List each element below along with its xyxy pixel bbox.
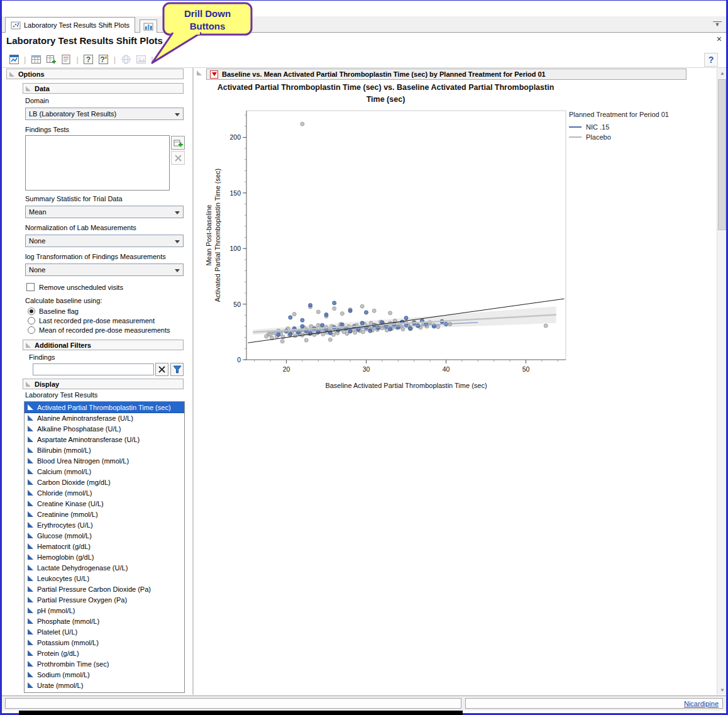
dropdown-value: Mean (29, 208, 47, 216)
filter-funnel-button[interactable] (170, 363, 184, 376)
data-table-button[interactable] (28, 53, 43, 67)
drill-down-notes-button[interactable]: ? (96, 53, 111, 67)
tab-bar: Laboratory Test Results Shift Plots ▼ (0, 16, 728, 33)
shift-plot[interactable]: 20304050050100150200Baseline Activated P… (200, 108, 717, 401)
report-preview-button[interactable] (6, 53, 21, 67)
lab-test-item[interactable]: Partial Pressure Oxygen (Pa) (25, 594, 184, 605)
lab-test-item[interactable]: Protein (g/dL) (25, 648, 184, 658)
chevron-down-icon (175, 240, 180, 243)
lab-test-label: Urate (mmol/L) (37, 682, 83, 689)
lab-test-label: Alanine Aminotransferase (U/L) (37, 414, 133, 422)
lab-test-item[interactable]: Blood Urea Nitrogen (mmol/L) (25, 455, 184, 466)
collapse-ribbon-icon[interactable]: ▼ (713, 21, 722, 29)
disclosure-triangle-icon[interactable] (9, 72, 14, 77)
radio-baseline-flag[interactable]: Baseline flag (28, 307, 185, 316)
lab-test-item[interactable]: Aspartate Aminotransferase (U/L) (25, 434, 184, 445)
lab-test-item[interactable]: Potassium (mmol/L) (25, 637, 184, 648)
legend-line-swatch (569, 126, 582, 128)
lab-test-item[interactable]: Creatine Kinase (U/L) (25, 498, 184, 509)
web-report-button[interactable] (118, 53, 133, 67)
funnel-icon (173, 365, 182, 374)
continuous-variable-icon (28, 458, 33, 463)
findings-tests-listbox[interactable] (25, 135, 170, 191)
scroll-up-icon[interactable]: ▲ (717, 68, 727, 78)
lab-test-item[interactable]: Alkaline Phosphatase (U/L) (25, 423, 184, 434)
dropdown-value: None (29, 266, 45, 274)
continuous-variable-icon (28, 436, 33, 442)
tab-label: Laboratory Test Results Shift Plots (24, 21, 130, 29)
display-section-header[interactable]: Display (23, 379, 184, 389)
lab-test-item[interactable]: Carbon Dioxide (mg/dL) (25, 477, 184, 487)
lab-test-item[interactable]: Creatinine (mmol/L) (25, 509, 184, 519)
radio-button-icon[interactable] (28, 308, 35, 315)
lab-list-label: Laboratory Test Results (25, 391, 97, 399)
svg-text:40: 40 (443, 365, 450, 373)
lab-test-label: Bilirubin (mmol/L) (37, 446, 91, 454)
radio-button-icon[interactable] (28, 317, 35, 324)
lab-test-item[interactable]: Glucose (mmol/L) (25, 530, 184, 541)
log-transform-select[interactable]: None (25, 263, 184, 276)
lab-test-item[interactable]: Hematocrit (g/dL) (25, 541, 184, 551)
journal-button[interactable] (58, 53, 74, 67)
lab-test-item[interactable]: Partial Pressure Carbon Dioxide (Pa) (25, 584, 184, 594)
lab-test-item[interactable]: pH (mmol/L) (25, 605, 184, 616)
radio-mean-of-recorded-pre-dose-measurements[interactable]: Mean of recorded pre-dose measurements (28, 326, 185, 335)
lab-test-item[interactable]: Erythrocytes (U/L) (25, 519, 184, 530)
lab-test-list: Activated Partial Thromboplastin Time (s… (24, 401, 185, 693)
remove-tests-button[interactable] (171, 151, 185, 165)
close-icon[interactable]: × (717, 34, 722, 44)
scroll-down-icon[interactable]: ▼ (717, 685, 727, 695)
panel-splitter[interactable] (192, 68, 194, 695)
additional-filters-header[interactable]: Additional Filters (23, 340, 184, 350)
lab-test-item[interactable]: Urate (mmol/L) (25, 680, 184, 690)
continuous-variable-icon (28, 522, 33, 528)
continuous-variable-icon (28, 672, 33, 677)
legend-item[interactable]: Placebo (569, 132, 669, 142)
radio-last-recorded-pre-dose-measurement[interactable]: Last recorded pre-dose measurement (28, 316, 185, 325)
lab-test-item[interactable]: Sodium (mmol/L) (25, 669, 184, 680)
data-table-add-button[interactable] (43, 53, 58, 67)
legend-item[interactable]: NIC .15 (569, 122, 669, 132)
lab-test-item[interactable]: Lactate Dehydrogenase (U/L) (25, 562, 184, 573)
study-link[interactable]: Nicardipine (684, 700, 722, 707)
data-section-header[interactable]: Data (23, 83, 184, 94)
vertical-scrollbar[interactable]: ▲ ▼ (717, 68, 727, 695)
svg-text:150: 150 (229, 189, 241, 197)
lab-test-item[interactable]: Calcium (mmol/L) (25, 466, 184, 477)
scrollbar-thumb[interactable] (718, 79, 726, 230)
domain-select[interactable]: LB (Laboratory Test Results) (25, 108, 184, 120)
toolbar: | | ? ? | | (0, 52, 728, 68)
disclosure-triangle-icon[interactable] (26, 343, 31, 348)
lab-test-item[interactable]: Hemoglobin (g/dL) (25, 551, 184, 562)
remove-unscheduled-checkbox[interactable] (26, 283, 35, 291)
radio-button-icon[interactable] (28, 326, 35, 334)
findings-filter-input[interactable] (33, 363, 154, 375)
continuous-variable-icon (28, 533, 33, 538)
add-tests-button[interactable] (171, 136, 185, 150)
y-axis-label: Activated Partial Thromboplastin Time (s… (214, 169, 221, 302)
lab-test-item[interactable]: Activated Partial Thromboplastin Time (s… (25, 402, 184, 413)
normalization-select[interactable]: None (25, 235, 184, 247)
disclosure-triangle-icon[interactable] (197, 70, 202, 75)
help-button[interactable]: ? (704, 53, 718, 67)
report-outline-header[interactable]: Baseline vs. Mean Activated Partial Thro… (206, 69, 687, 80)
lab-test-item[interactable]: Alanine Aminotransferase (U/L) (25, 413, 184, 423)
summary-statistic-select[interactable]: Mean (25, 206, 184, 218)
continuous-variable-icon (28, 426, 33, 431)
lab-test-item[interactable]: Leukocytes (U/L) (25, 573, 184, 584)
x-axis-label: Baseline Activated Partial Thromboplasti… (325, 382, 487, 389)
lab-test-item[interactable]: Bilirubin (mmol/L) (25, 445, 184, 455)
lab-test-item[interactable]: Prothrombin Time (sec) (25, 658, 184, 669)
red-triangle-menu-icon[interactable] (210, 70, 218, 79)
disclosure-triangle-icon[interactable] (26, 382, 31, 387)
options-section-header[interactable]: Options (6, 69, 184, 79)
lab-test-item[interactable]: Chloride (mmol/L) (25, 487, 184, 498)
drill-down-profile-button[interactable]: ? (81, 53, 96, 67)
clear-filter-button[interactable] (155, 363, 168, 376)
lab-test-item[interactable]: Phosphate (mmol/L) (25, 616, 184, 626)
continuous-variable-icon (28, 682, 33, 688)
scatter-plot-icon (11, 21, 21, 30)
tab-shift-plots[interactable]: Laboratory Test Results Shift Plots (5, 17, 135, 33)
disclosure-triangle-icon[interactable] (26, 86, 31, 91)
lab-test-item[interactable]: Platelet (U/L) (25, 626, 184, 637)
